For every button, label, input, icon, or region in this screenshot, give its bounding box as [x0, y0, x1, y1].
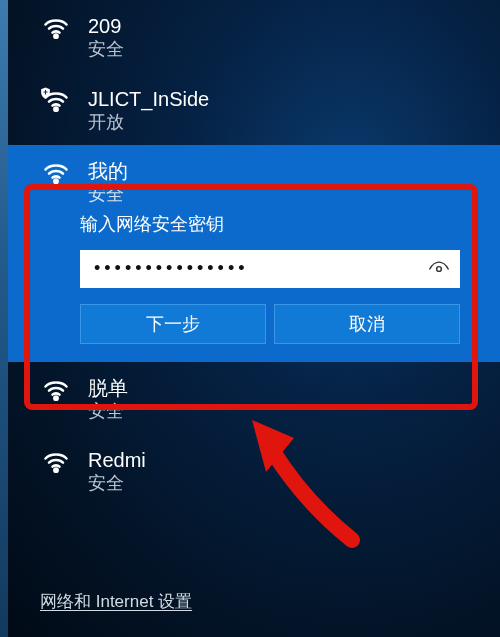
svg-point-0	[54, 35, 57, 38]
password-row	[0, 250, 500, 288]
svg-point-4	[54, 396, 57, 399]
wifi-shield-icon	[42, 89, 70, 113]
network-header-active[interactable]: 我的 安全	[0, 151, 500, 212]
network-item-redmi[interactable]: Redmi 安全	[0, 434, 500, 507]
wifi-icon	[42, 16, 70, 40]
wifi-icon	[42, 378, 70, 402]
network-status: 安全	[88, 39, 124, 61]
svg-point-5	[54, 469, 57, 472]
password-input[interactable]	[80, 250, 460, 288]
network-text: Redmi 安全	[88, 448, 146, 495]
network-item-active: 我的 安全 输入网络安全密钥 下一步 取消	[0, 145, 500, 362]
reveal-password-icon[interactable]	[422, 250, 456, 288]
window-left-edge	[0, 0, 8, 637]
network-status: 开放	[88, 112, 209, 134]
network-text: 脱单 安全	[88, 376, 128, 423]
network-status: 安全	[88, 473, 146, 495]
network-settings-link[interactable]: 网络和 Internet 设置	[40, 590, 192, 613]
password-prompt: 输入网络安全密钥	[0, 212, 500, 236]
svg-point-2	[54, 180, 57, 183]
network-ssid: 脱单	[88, 376, 128, 400]
button-row: 下一步 取消	[0, 304, 500, 344]
network-text: 我的 安全	[88, 159, 128, 206]
network-text: JLICT_InSide 开放	[88, 87, 209, 134]
network-item-jlict[interactable]: JLICT_InSide 开放	[0, 73, 500, 146]
network-ssid: JLICT_InSide	[88, 87, 209, 111]
svg-point-1	[54, 107, 57, 110]
network-ssid: 我的	[88, 159, 128, 183]
next-button[interactable]: 下一步	[80, 304, 266, 344]
network-item-tuodan[interactable]: 脱单 安全	[0, 362, 500, 435]
cancel-button[interactable]: 取消	[274, 304, 460, 344]
network-ssid: Redmi	[88, 448, 146, 472]
network-ssid: 209	[88, 14, 124, 38]
network-status: 安全	[88, 184, 128, 206]
network-item-209[interactable]: 209 安全	[0, 0, 500, 73]
network-status: 安全	[88, 401, 128, 423]
wifi-icon	[42, 450, 70, 474]
network-text: 209 安全	[88, 14, 124, 61]
shield-icon	[39, 86, 52, 100]
wifi-icon	[42, 161, 70, 185]
wifi-flyout: 209 安全 JLICT_InSide 开放	[0, 0, 500, 637]
svg-point-3	[437, 266, 442, 271]
